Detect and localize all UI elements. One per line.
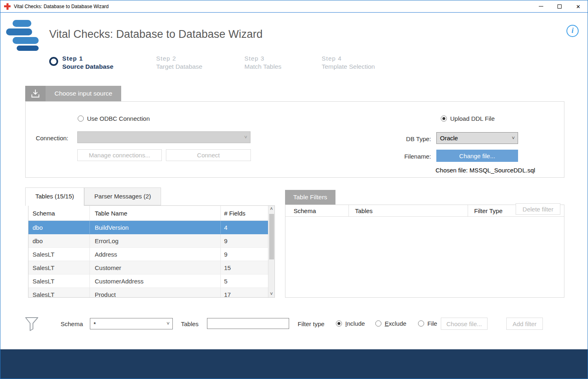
include-radio[interactable]: Include xyxy=(336,318,365,329)
table-filters-box: Schema Tables Filter Type Delete filter xyxy=(285,205,564,298)
upload-ddl-radio[interactable]: Upload DDL File xyxy=(441,115,495,122)
connection-select[interactable] xyxy=(77,131,250,143)
step-4-template-selection[interactable]: Step 4 Template Selection xyxy=(322,55,375,70)
table-row[interactable]: SalesLT Product 17 xyxy=(28,288,274,298)
table-filters-tab: Table Filters xyxy=(285,190,335,205)
input-source-panel-title: Choose input source xyxy=(46,86,121,101)
scroll-up-icon[interactable] xyxy=(268,206,274,212)
cell-schema: SalesLT xyxy=(28,274,89,288)
exclude-radio[interactable]: Exclude xyxy=(375,318,406,329)
app-cross-icon xyxy=(4,3,11,10)
cell-table-name: Address xyxy=(89,248,220,261)
cell-schema: SalesLT xyxy=(28,261,89,274)
app-logo xyxy=(6,19,39,52)
window-title: Vital Checks: Database to Database Wizar… xyxy=(14,4,109,9)
tables-grid-header: Schema Table Name # Fields xyxy=(28,206,274,221)
table-row[interactable]: SalesLT Customer 15 xyxy=(28,261,274,274)
cell-table-name: ErrorLog xyxy=(89,234,220,247)
cell-fields: 9 xyxy=(220,248,274,261)
connect-button[interactable]: Connect xyxy=(166,149,251,161)
filters-empty-area xyxy=(285,217,564,297)
step-2-target-database[interactable]: Step 2 Target Database xyxy=(156,55,203,70)
maximize-icon xyxy=(558,4,562,9)
manage-connections-button[interactable]: Manage connections... xyxy=(77,149,162,161)
ddl-radio-label: Upload DDL File xyxy=(450,115,495,122)
file-radio[interactable]: File xyxy=(418,318,437,329)
step-sublabel: Match Tables xyxy=(244,63,281,70)
filter-schema-value: * xyxy=(94,320,96,327)
filters-grid-header: Schema Tables Filter Type Delete filter xyxy=(285,205,564,217)
app-window: Vital Checks: Database to Database Wizar… xyxy=(0,0,588,379)
funnel-icon xyxy=(24,316,40,333)
scroll-down-icon[interactable] xyxy=(268,291,274,297)
input-source-panel-tab: Choose input source xyxy=(25,86,121,101)
cell-table-name: CustomerAddress xyxy=(89,274,220,288)
add-filter-button[interactable]: Add filter xyxy=(506,318,543,330)
tables-scrollbar[interactable] xyxy=(268,206,274,297)
cell-table-name: BuildVersion xyxy=(89,221,220,234)
radio-icon xyxy=(418,320,424,327)
table-filters-panel: Table Filters Schema Tables Filter Type … xyxy=(285,190,564,298)
cell-fields: 15 xyxy=(220,261,274,274)
step-label: Step 4 xyxy=(322,55,375,62)
cell-fields: 9 xyxy=(220,234,274,247)
filters-column-schema: Schema xyxy=(285,205,348,216)
table-row[interactable]: SalesLT Address 9 xyxy=(28,248,274,261)
delete-filter-button[interactable]: Delete filter xyxy=(516,203,560,215)
minimize-icon xyxy=(539,6,543,7)
table-row[interactable]: dbo BuildVersion 4 xyxy=(28,221,274,234)
download-tray-icon xyxy=(25,86,46,101)
tables-grid: Schema Table Name # Fields dbo BuildVers… xyxy=(28,205,275,298)
close-button[interactable] xyxy=(569,0,588,12)
cell-schema: dbo xyxy=(28,221,89,234)
column-header-fields[interactable]: # Fields xyxy=(220,206,274,220)
info-icon[interactable] xyxy=(566,25,579,37)
cell-schema: SalesLT xyxy=(28,288,89,298)
window-controls xyxy=(531,0,588,12)
column-header-table-name[interactable]: Table Name xyxy=(89,206,220,220)
chevron-down-icon xyxy=(244,133,247,140)
titlebar: Vital Checks: Database to Database Wizar… xyxy=(0,0,588,13)
table-row[interactable]: SalesLT CustomerAddress 5 xyxy=(28,274,274,288)
step-sublabel: Target Database xyxy=(156,63,203,70)
page-title: Vital Checks: Database to Database Wizar… xyxy=(49,28,263,41)
radio-icon xyxy=(336,320,342,327)
cell-fields: 17 xyxy=(220,288,274,298)
filter-schema-select[interactable]: * xyxy=(90,318,173,329)
cell-fields: 5 xyxy=(220,274,274,288)
odbc-connection-radio[interactable]: Use ODBC Connection xyxy=(78,115,150,122)
close-icon xyxy=(576,3,581,10)
chevron-down-icon xyxy=(512,134,515,141)
radio-icon xyxy=(375,320,381,327)
choose-file-button[interactable]: Choose file... xyxy=(441,318,488,330)
table-row[interactable]: dbo ErrorLog 9 xyxy=(28,234,274,248)
scrollbar-thumb[interactable] xyxy=(269,214,274,259)
tables-panel: Tables (15/15) Parser Messages (2) Schem… xyxy=(25,187,275,298)
db-type-select[interactable]: Oracle xyxy=(436,132,518,144)
tables-tab-row: Tables (15/15) Parser Messages (2) xyxy=(25,187,161,205)
step-3-match-tables[interactable]: Step 3 Match Tables xyxy=(244,55,281,70)
chosen-file-text: Chosen file: MSSQL_SourceDDL.sql xyxy=(436,167,535,174)
db-type-label: DB Type: xyxy=(375,135,431,142)
step-1-source-database[interactable]: Step 1 Source Database xyxy=(49,55,113,70)
column-header-schema[interactable]: Schema xyxy=(28,206,89,220)
odbc-radio-label: Use ODBC Connection xyxy=(87,115,150,122)
minimize-button[interactable] xyxy=(531,0,550,12)
tables-grid-body: dbo BuildVersion 4 dbo ErrorLog 9 SalesL… xyxy=(28,221,274,298)
cell-table-name: Product xyxy=(89,288,220,298)
file-radio-label: File xyxy=(427,320,437,327)
step-sublabel: Source Database xyxy=(62,63,113,70)
cell-schema: dbo xyxy=(28,234,89,247)
filters-column-tables: Tables xyxy=(348,205,468,216)
cell-schema: SalesLT xyxy=(28,248,89,261)
change-file-button[interactable]: Change file... xyxy=(436,150,518,162)
exclude-radio-label: Exclude xyxy=(385,320,406,327)
tab-parser-messages[interactable]: Parser Messages (2) xyxy=(84,187,161,205)
maximize-button[interactable] xyxy=(550,0,569,12)
filter-type-label: Filter type xyxy=(298,320,324,327)
filter-tables-input[interactable] xyxy=(207,318,289,329)
step-label: Step 1 xyxy=(62,55,113,62)
tab-tables[interactable]: Tables (15/15) xyxy=(25,187,84,206)
filter-schema-label: Schema xyxy=(61,320,83,327)
radio-icon xyxy=(78,115,84,122)
